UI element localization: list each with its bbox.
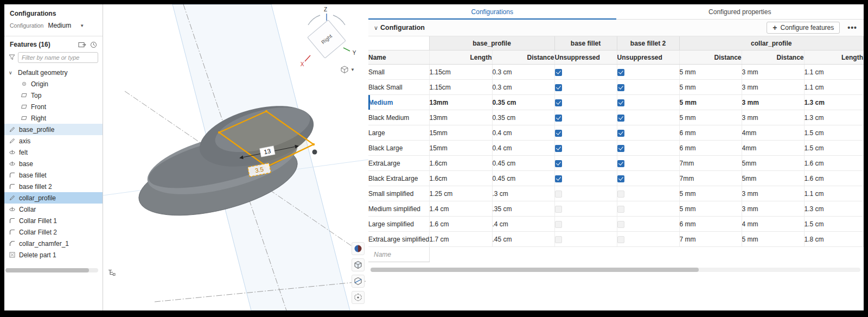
unsuppressed-checkbox[interactable] xyxy=(555,191,562,198)
history-clock-icon[interactable] xyxy=(90,41,97,48)
value-cell[interactable]: 1.7 cm xyxy=(429,232,492,247)
unsuppressed-cell[interactable] xyxy=(554,217,617,232)
value-cell[interactable]: 1.1 cm xyxy=(804,80,863,95)
unsuppressed-cell[interactable] xyxy=(617,141,679,156)
value-cell[interactable]: 5 mm xyxy=(679,110,742,125)
unsuppressed-checkbox[interactable] xyxy=(555,145,562,152)
tree-item-base-fillet-2[interactable]: base fillet 2 xyxy=(4,181,103,192)
value-cell[interactable]: 1.3 cm xyxy=(804,95,863,110)
row-name-cell[interactable]: Small simplified xyxy=(368,186,429,201)
table-row-medium[interactable]: Medium13mm0.35 cm5 mm3 mm1.3 cm xyxy=(368,95,864,110)
unsuppressed-checkbox[interactable] xyxy=(555,160,562,167)
value-cell[interactable]: 1.6cm xyxy=(429,171,492,186)
table-row-black-extralarge[interactable]: Black ExtraLarge1.6cm0.45 cm7mm5mm1.6 cm xyxy=(368,171,864,186)
named-views-button[interactable] xyxy=(352,258,365,271)
unsuppressed-cell[interactable] xyxy=(617,125,679,141)
feature-filter-input[interactable] xyxy=(18,52,98,63)
table-horizontal-scrollbar[interactable] xyxy=(371,268,860,272)
value-cell[interactable]: 3 mm xyxy=(742,110,804,125)
view-cube[interactable]: Right Z Y X xyxy=(301,7,356,67)
tree-item-collar[interactable]: Collar xyxy=(4,204,103,215)
value-cell[interactable]: 6 mm xyxy=(679,141,742,156)
value-cell[interactable]: 7mm xyxy=(679,156,742,171)
unsuppressed-cell[interactable] xyxy=(554,141,617,156)
tree-item-default-geometry[interactable]: ∨Default geometry xyxy=(4,67,103,78)
value-cell[interactable]: 3 mm xyxy=(742,95,804,110)
value-cell[interactable]: 7mm xyxy=(679,171,742,186)
table-row-extralarge[interactable]: ExtraLarge1.6cm0.45 cm7mm5mm1.6 cm xyxy=(368,156,864,171)
value-cell[interactable]: 13mm xyxy=(429,95,492,110)
unsuppressed-checkbox[interactable] xyxy=(617,175,624,182)
value-cell[interactable]: 0.45 cm xyxy=(492,156,554,171)
value-cell[interactable]: .4 cm xyxy=(492,217,554,232)
tree-item-collar-fillet-1[interactable]: Collar Fillet 1 xyxy=(4,215,103,226)
tree-item-front[interactable]: Front xyxy=(4,101,103,112)
unsuppressed-checkbox[interactable] xyxy=(617,206,624,213)
unsuppressed-checkbox[interactable] xyxy=(617,236,624,243)
table-row-black-small[interactable]: Black Small1.15cm0.3 cm5 mm3 mm1.1 cm xyxy=(368,80,864,95)
more-menu-button[interactable]: ••• xyxy=(847,23,857,32)
tree-item-delete-part-1[interactable]: Delete part 1 xyxy=(4,249,103,261)
unsuppressed-cell[interactable] xyxy=(617,156,679,171)
value-cell[interactable]: 5mm xyxy=(742,171,804,186)
unsuppressed-cell[interactable] xyxy=(554,156,617,171)
row-name-cell[interactable]: Small xyxy=(368,65,429,80)
unsuppressed-checkbox[interactable] xyxy=(617,160,624,167)
unsuppressed-cell[interactable] xyxy=(554,171,617,186)
value-cell[interactable]: 15mm xyxy=(429,125,492,141)
unsuppressed-cell[interactable] xyxy=(554,65,617,80)
unsuppressed-cell[interactable] xyxy=(554,125,617,141)
unsuppressed-checkbox[interactable] xyxy=(617,115,624,122)
value-cell[interactable]: 6 mm xyxy=(679,217,742,232)
value-cell[interactable]: 15mm xyxy=(429,141,492,156)
unsuppressed-checkbox[interactable] xyxy=(555,84,562,91)
value-cell[interactable]: 0.4 cm xyxy=(492,141,554,156)
unsuppressed-cell[interactable] xyxy=(554,186,617,201)
features-horizontal-scrollbar[interactable] xyxy=(5,268,98,272)
value-cell[interactable]: 0.3 cm xyxy=(492,80,554,95)
unsuppressed-checkbox[interactable] xyxy=(617,99,624,106)
tree-item-right[interactable]: Right xyxy=(4,112,103,124)
unsuppressed-cell[interactable] xyxy=(617,110,679,125)
value-cell[interactable]: 1.6 cm xyxy=(804,156,863,171)
value-cell[interactable]: 5 mm xyxy=(742,232,804,247)
unsuppressed-checkbox[interactable] xyxy=(555,206,562,213)
table-row-small[interactable]: Small1.15cm0.3 cm5 mm3 mm1.1 cm xyxy=(368,65,864,80)
value-cell[interactable]: 5 mm xyxy=(679,95,742,110)
table-row-black-medium[interactable]: Black Medium13mm0.35 cm5 mm3 mm1.3 cm xyxy=(368,110,864,125)
tree-item-top[interactable]: Top xyxy=(4,90,103,101)
value-cell[interactable]: 5 mm xyxy=(679,65,742,80)
row-name-cell[interactable]: Black Medium xyxy=(368,110,429,125)
chevron-down-icon[interactable]: ∨ xyxy=(374,24,378,31)
unsuppressed-cell[interactable] xyxy=(617,80,679,95)
unsuppressed-checkbox[interactable] xyxy=(555,221,562,228)
unsuppressed-checkbox[interactable] xyxy=(617,84,624,91)
chevron-down-icon[interactable]: ∨ xyxy=(9,70,15,75)
unsuppressed-cell[interactable] xyxy=(617,186,679,201)
value-cell[interactable]: 0.3 cm xyxy=(492,65,554,80)
view-settings-button[interactable] xyxy=(352,291,365,304)
unsuppressed-checkbox[interactable] xyxy=(617,69,624,76)
value-cell[interactable]: 1.5 cm xyxy=(804,125,863,141)
tree-item-base-fillet[interactable]: base fillet xyxy=(4,169,103,181)
row-name-cell[interactable]: Black Large xyxy=(368,141,429,156)
tree-item-collar-fillet-2[interactable]: Collar Fillet 2 xyxy=(4,226,103,238)
value-cell[interactable]: 5 mm xyxy=(679,186,742,201)
value-cell[interactable]: 1.3 cm xyxy=(804,110,863,125)
unsuppressed-cell[interactable] xyxy=(617,65,679,80)
unsuppressed-checkbox[interactable] xyxy=(617,191,624,198)
value-cell[interactable]: 1.6 cm xyxy=(429,217,492,232)
unsuppressed-checkbox[interactable] xyxy=(555,115,562,122)
value-cell[interactable]: 1.1 cm xyxy=(804,186,863,201)
tree-item-base-profile[interactable]: base_profile xyxy=(4,124,103,135)
value-cell[interactable]: 13mm xyxy=(429,110,492,125)
value-cell[interactable]: 4 mm xyxy=(742,217,804,232)
value-cell[interactable]: 1.4 cm xyxy=(429,201,492,217)
unsuppressed-cell[interactable] xyxy=(554,95,617,110)
row-name-cell[interactable]: Black Small xyxy=(368,80,429,95)
feature-list-toggle-button[interactable] xyxy=(106,267,117,277)
value-cell[interactable]: 1.5 cm xyxy=(804,217,863,232)
graphics-viewport[interactable]: 13 3.5 Right Z Y X xyxy=(103,4,368,310)
table-row-small-simplified[interactable]: Small simplified1.25 cm.3 cm5 mm3 mm1.1 … xyxy=(368,186,864,201)
unsuppressed-checkbox[interactable] xyxy=(555,69,562,76)
